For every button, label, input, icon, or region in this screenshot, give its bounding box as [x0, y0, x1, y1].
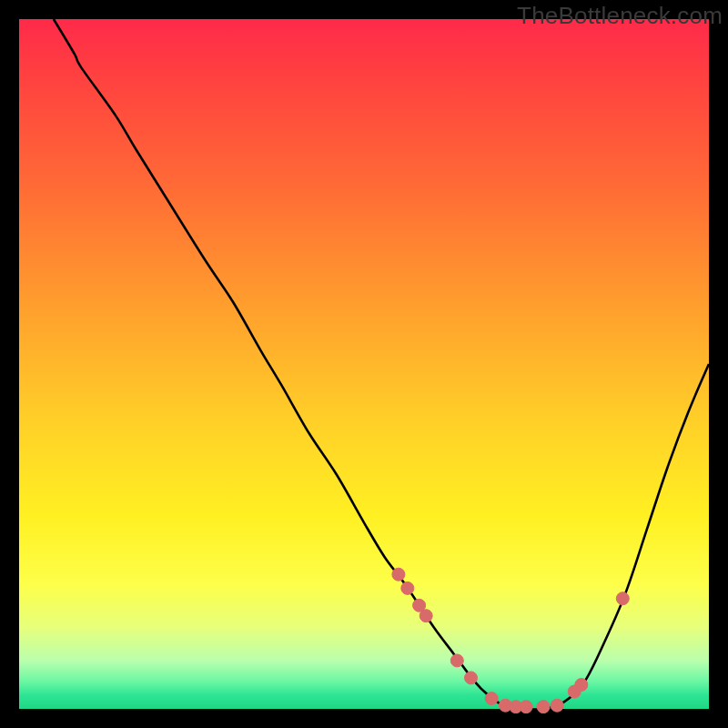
- highlight-point: [465, 672, 478, 684]
- highlight-point: [537, 701, 550, 713]
- chart-plot-area: [19, 19, 709, 709]
- highlight-point: [450, 654, 463, 667]
- highlight-point: [420, 610, 432, 622]
- bottleneck-curve: [54, 19, 709, 710]
- highlight-points-group: [392, 568, 629, 713]
- highlight-point: [616, 592, 629, 605]
- highlight-point: [520, 701, 532, 713]
- highlight-point: [575, 679, 588, 692]
- highlight-point: [485, 693, 498, 705]
- highlight-point: [401, 581, 414, 594]
- highlight-point: [551, 699, 563, 712]
- watermark-text: TheBottleneck.com: [517, 2, 723, 30]
- chart-svg: [19, 19, 709, 709]
- highlight-point: [392, 568, 405, 581]
